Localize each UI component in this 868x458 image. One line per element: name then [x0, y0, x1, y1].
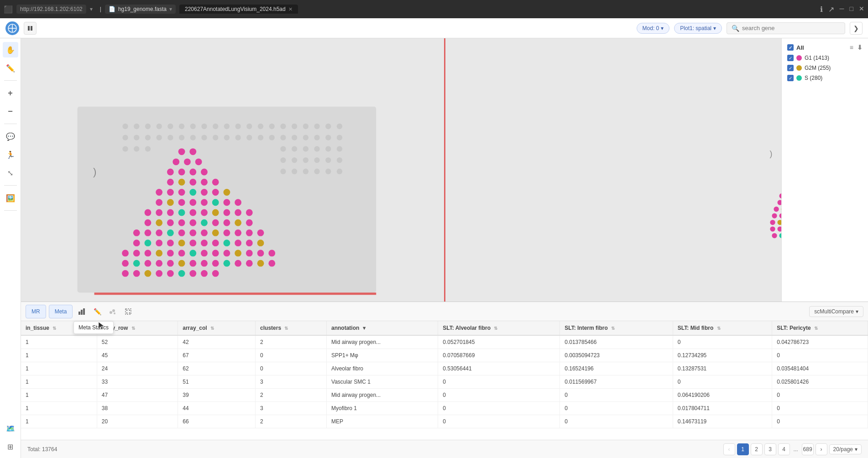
sort-clusters-icon[interactable]: ⇅ — [284, 326, 288, 331]
svg-point-165 — [257, 260, 264, 267]
svg-point-14 — [224, 124, 230, 129]
sort-array-row-icon[interactable]: ⇅ — [131, 326, 135, 331]
sort-in-tissue-icon[interactable]: ⇅ — [52, 326, 56, 331]
image-tool-icon[interactable]: 🖼️ — [3, 190, 18, 206]
legend-download-icon[interactable]: ⬇ — [857, 44, 863, 51]
cell-array_row: 24 — [97, 362, 178, 375]
close-window-icon[interactable]: ✕ — [859, 5, 864, 14]
page-1-button[interactable]: 1 — [737, 443, 749, 455]
mod-label: Mod: 0 — [643, 25, 659, 31]
sort-slt-alveolar-icon[interactable]: ⇅ — [494, 326, 497, 331]
plot-selector[interactable]: Plot1: spatial ▾ — [674, 23, 722, 34]
page-2-button[interactable]: 2 — [751, 443, 763, 455]
svg-point-10 — [179, 124, 184, 129]
col-slt-mid: SLT: Mid fibro ⇅ — [673, 321, 772, 335]
svg-point-76 — [178, 179, 185, 186]
svg-point-18 — [269, 124, 275, 129]
expand-button[interactable]: ❯ — [850, 22, 863, 35]
svg-point-102 — [223, 209, 230, 216]
cell-annotation: Mid airway progen... — [327, 389, 438, 402]
page-3-button[interactable]: 3 — [764, 443, 776, 455]
minus-tool-icon[interactable]: − — [3, 104, 18, 119]
s-checkbox[interactable]: ✓ — [787, 75, 794, 81]
file-tab[interactable]: 📄 hg19_genome.fasta ▾ — [105, 5, 176, 14]
pencil-tool-icon[interactable]: ✏️ — [3, 60, 18, 76]
per-page-selector[interactable]: 20/page ▾ — [829, 444, 862, 454]
svg-point-133 — [201, 239, 208, 246]
svg-point-135 — [223, 239, 230, 246]
svg-point-48 — [280, 146, 286, 151]
prev-page-button[interactable]: ‹ — [723, 443, 735, 455]
left-spatial-plot[interactable]: ) — [21, 38, 444, 302]
scmulti-compare-select[interactable]: scMultiCompare ▾ — [809, 306, 863, 317]
svg-point-103 — [235, 209, 241, 216]
svg-point-287 — [770, 226, 775, 231]
tab-pencil[interactable]: ✏️ — [91, 305, 104, 318]
info-icon[interactable]: ℹ — [820, 5, 823, 14]
sort-slt-pericyte-icon[interactable]: ⇅ — [814, 326, 818, 331]
mod-selector[interactable]: Mod: 0 ▾ — [637, 23, 670, 34]
data-table-wrapper[interactable]: in_tissue ⇅ array_row ⇅ array_col ⇅ — [21, 321, 868, 440]
g1-checkbox[interactable]: ✓ — [787, 55, 794, 61]
h5ad-tab[interactable]: 220627AnnotatedLungVisium_2024.h5ad ✕ — [179, 5, 298, 14]
cell-array_row: 38 — [97, 402, 178, 415]
figure-tool-icon[interactable]: 🏃 — [3, 147, 18, 162]
expand-tool-icon[interactable]: ⤡ — [3, 165, 18, 181]
right-plot-panel: Color by phase ▾ — [445, 38, 868, 302]
g2m-checkbox[interactable]: ✓ — [787, 65, 794, 71]
annotation-filter-icon[interactable]: ▼ — [362, 325, 367, 331]
sort-slt-interm-icon[interactable]: ⇅ — [611, 326, 615, 331]
page-4-button[interactable]: 4 — [778, 443, 790, 455]
cell-slt_mid: 0.064190206 — [673, 389, 772, 402]
hand-tool-icon[interactable]: ✋ — [3, 42, 18, 57]
sort-slt-mid-icon[interactable]: ⇅ — [717, 326, 721, 331]
legend-filter-icon[interactable]: ≡ — [850, 44, 853, 51]
g1-label: G1 (1413) — [805, 55, 829, 61]
chat-tool-icon[interactable]: 💬 — [3, 129, 18, 144]
cell-in_tissue: 1 — [21, 402, 97, 415]
table-tool-icon[interactable]: ⊞ — [3, 439, 18, 454]
col-slt-pericyte: SLT: Pericyte ⇅ — [772, 321, 868, 335]
svg-point-131 — [178, 239, 185, 246]
svg-point-168 — [133, 270, 140, 277]
per-page-chevron: ▾ — [855, 446, 858, 453]
cell-array_row: 33 — [97, 375, 178, 389]
tab-select[interactable] — [122, 305, 135, 318]
search-input[interactable] — [742, 25, 840, 31]
svg-point-251 — [774, 207, 779, 212]
svg-point-115 — [133, 229, 140, 236]
svg-point-160 — [201, 260, 208, 267]
map-tool-icon[interactable]: 🗺️ — [3, 421, 18, 436]
svg-point-123 — [223, 229, 230, 236]
svg-point-150 — [246, 250, 253, 257]
all-checkbox[interactable]: ✓ — [787, 44, 794, 51]
svg-point-317 — [129, 309, 131, 311]
pause-button[interactable] — [24, 22, 37, 35]
cell-slt_interm: 0 — [560, 402, 673, 415]
page-689-button[interactable]: 689 — [802, 443, 814, 455]
next-page-button[interactable]: › — [816, 443, 827, 455]
svg-point-118 — [167, 229, 174, 236]
gene-search-box[interactable]: 🔍 — [727, 22, 845, 34]
plus-tool-icon[interactable]: + — [3, 85, 18, 101]
sort-array-col-icon[interactable]: ⇅ — [210, 326, 214, 331]
tab-scatter[interactable] — [106, 305, 119, 318]
svg-point-88 — [167, 199, 174, 206]
maximize-icon[interactable]: □ — [850, 5, 853, 14]
tab-meta[interactable]: Meta — [49, 305, 73, 318]
tab-stats[interactable] — [75, 305, 88, 318]
svg-point-38 — [269, 135, 275, 141]
col-annotation: annotation ▼ — [327, 321, 438, 335]
svg-point-99 — [189, 209, 196, 216]
share-icon[interactable]: ↗ — [828, 5, 834, 14]
cell-slt_mid: 0.12734295 — [673, 349, 772, 362]
minimize-icon[interactable]: ─ — [840, 5, 844, 14]
close-tab-icon[interactable]: ✕ — [288, 6, 293, 12]
url-display[interactable]: http://192.168.1.202:6102 — [16, 5, 86, 14]
tab-mr[interactable]: MR — [26, 305, 46, 318]
cell-array_col: 44 — [178, 402, 256, 415]
svg-point-134 — [212, 239, 219, 246]
svg-point-15 — [235, 124, 241, 129]
cell-slt_pericyte: 0.042786723 — [772, 335, 868, 349]
sidebar-divider-3 — [4, 185, 17, 186]
